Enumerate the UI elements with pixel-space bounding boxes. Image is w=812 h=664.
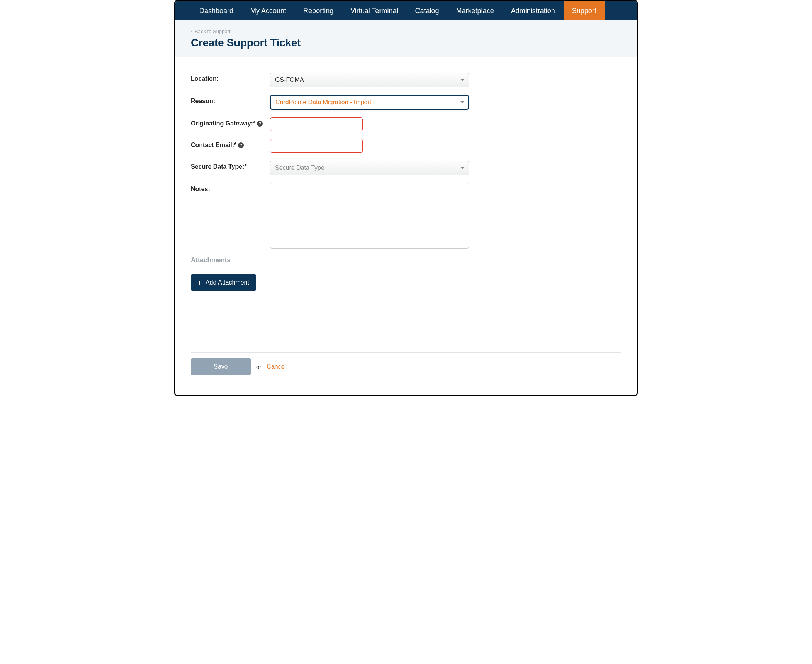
nav-administration[interactable]: Administration [503, 1, 564, 20]
actions-row: Save or Cancel [191, 358, 621, 375]
back-to-support-link[interactable]: ‹ Back to Support [191, 29, 231, 34]
divider [191, 383, 621, 383]
row-secure-data-type: Secure Data Type:* Secure Data Type [191, 161, 621, 175]
label-contact-email: Contact Email:* ? [191, 139, 270, 149]
reason-select[interactable]: CardPointe Data Migration - Import [270, 95, 469, 110]
help-icon[interactable]: ? [257, 121, 263, 127]
row-contact-email: Contact Email:* ? [191, 139, 621, 153]
row-reason: Reason: CardPointe Data Migration - Impo… [191, 95, 621, 110]
nav-support[interactable]: Support [564, 1, 605, 20]
nav-reporting[interactable]: Reporting [295, 1, 342, 20]
label-contact-email-text: Contact Email:* [191, 142, 236, 149]
secure-data-type-select-wrap: Secure Data Type [270, 161, 469, 175]
divider [191, 352, 621, 353]
add-attachment-button[interactable]: + Add Attachment [191, 274, 256, 291]
nav-dashboard[interactable]: Dashboard [191, 1, 242, 20]
save-button[interactable]: Save [191, 358, 251, 375]
label-originating-gateway: Originating Gateway:* ? [191, 117, 270, 127]
label-reason: Reason: [191, 95, 270, 105]
reason-select-wrap: CardPointe Data Migration - Import [270, 95, 469, 110]
back-link-label: Back to Support [195, 29, 231, 34]
label-secure-data-type: Secure Data Type:* [191, 161, 270, 170]
row-notes: Notes: [191, 183, 621, 249]
page-title: Create Support Ticket [191, 37, 621, 49]
top-nav: Dashboard My Account Reporting Virtual T… [175, 1, 637, 20]
footer-actions: Save or Cancel [175, 352, 637, 395]
ticket-form: Location: GS-FOMA Reason: CardPointe Dat… [175, 57, 637, 298]
divider [191, 268, 621, 268]
location-select-wrap: GS-FOMA [270, 73, 469, 87]
nav-end-spacer [605, 1, 613, 20]
label-location: Location: [191, 73, 270, 82]
row-originating-gateway: Originating Gateway:* ? [191, 117, 621, 131]
label-originating-gateway-text: Originating Gateway:* [191, 120, 255, 127]
nav-my-account[interactable]: My Account [242, 1, 295, 20]
attachments-heading: Attachments [191, 256, 621, 264]
secure-data-type-select[interactable]: Secure Data Type [270, 161, 469, 175]
contact-email-input[interactable] [270, 139, 363, 153]
location-select[interactable]: GS-FOMA [270, 73, 469, 87]
label-notes: Notes: [191, 183, 270, 193]
cancel-link[interactable]: Cancel [267, 363, 286, 370]
plus-icon: + [198, 279, 202, 286]
notes-textarea[interactable] [270, 183, 469, 249]
page-header: ‹ Back to Support Create Support Ticket [175, 20, 637, 57]
row-location: Location: GS-FOMA [191, 73, 621, 87]
nav-marketplace[interactable]: Marketplace [448, 1, 503, 20]
add-attachment-label: Add Attachment [206, 279, 249, 286]
nav-virtual-terminal[interactable]: Virtual Terminal [342, 1, 406, 20]
chevron-left-icon: ‹ [191, 29, 192, 34]
or-text: or [256, 364, 261, 370]
app-window: Dashboard My Account Reporting Virtual T… [174, 0, 638, 396]
originating-gateway-input[interactable] [270, 117, 363, 131]
help-icon[interactable]: ? [238, 142, 244, 148]
nav-catalog[interactable]: Catalog [407, 1, 448, 20]
